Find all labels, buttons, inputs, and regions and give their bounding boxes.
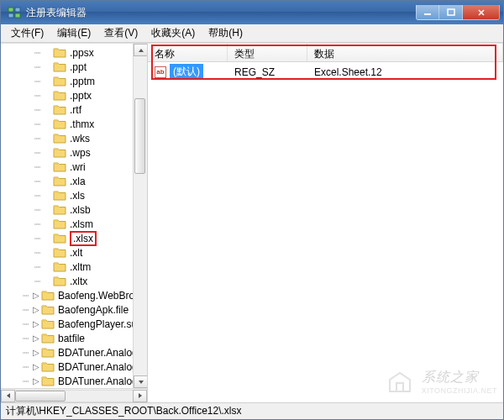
tree-label: .wks	[70, 133, 90, 144]
tree-label: .xlsm	[70, 218, 93, 230]
value-name: (默认)	[170, 64, 203, 80]
folder-icon	[41, 304, 55, 315]
tree-item[interactable]: ┈.wps	[1, 145, 147, 160]
folder-icon	[53, 147, 66, 158]
tree-label: .xlsb	[70, 204, 91, 216]
tree-vertical-scrollbar[interactable]	[133, 44, 147, 388]
list-header: 名称 类型 数据	[148, 44, 503, 62]
tree-label: .xlt	[70, 247, 82, 259]
tree-item[interactable]: ┈.xltx	[1, 274, 147, 288]
tree-label: .ppt	[70, 61, 87, 73]
column-name[interactable]: 名称	[148, 44, 228, 61]
tree-label: .xls	[70, 190, 85, 202]
folder-icon	[53, 204, 66, 215]
folder-icon	[53, 276, 66, 286]
expand-icon[interactable]: ▷	[31, 376, 41, 386]
tree-label: BDATuner.AnalogL	[58, 375, 143, 387]
menu-view[interactable]: 查看(V)	[97, 24, 144, 43]
scroll-up-button[interactable]	[134, 44, 148, 56]
menubar: 文件(F) 编辑(E) 查看(V) 收藏夹(A) 帮助(H)	[1, 24, 503, 43]
scroll-right-button[interactable]	[133, 390, 147, 402]
tree-item[interactable]: ┈.xltm	[1, 260, 147, 274]
tree-label: BDATuner.AnalogA	[58, 347, 144, 359]
window-controls	[416, 5, 500, 20]
list-panel: 名称 类型 数据 ab(默认)REG_SZExcel.Sheet.12	[148, 44, 503, 402]
value-type: REG_SZ	[228, 66, 307, 78]
folder-icon	[53, 118, 66, 129]
tree-label: .pptm	[70, 76, 95, 87]
column-data[interactable]: 数据	[307, 44, 503, 61]
tree-label: BaofengPlayer.sup	[58, 318, 143, 330]
tree-item[interactable]: ┈.pptx	[1, 88, 147, 102]
tree-view[interactable]: ┈.ppsx┈.ppt┈.pptm┈.pptx┈.rtf┈.thmx┈.wks┈…	[1, 44, 147, 388]
folder-icon	[53, 161, 66, 172]
statusbar: 计算机\HKEY_CLASSES_ROOT\Back.Office12\.xls…	[1, 402, 503, 419]
folder-icon	[53, 76, 66, 87]
scroll-thumb[interactable]	[134, 98, 145, 174]
menu-help[interactable]: 帮助(H)	[202, 24, 249, 43]
minimize-button[interactable]	[416, 5, 439, 20]
status-path: 计算机\HKEY_CLASSES_ROOT\Back.Office12\.xls…	[6, 404, 242, 418]
scroll-track[interactable]	[134, 56, 147, 375]
tree-item[interactable]: ┈.wks	[1, 131, 147, 145]
tree-item[interactable]: ┈.xlsm	[1, 217, 147, 231]
tree-item[interactable]: ┈▷BDATuner.AnalogL	[1, 374, 147, 388]
folder-icon	[41, 290, 55, 301]
close-button[interactable]	[463, 5, 500, 20]
tree-item[interactable]: ┈▷BaofengPlayer.sup	[1, 317, 147, 331]
scroll-thumb[interactable]	[15, 391, 66, 402]
tree-item[interactable]: ┈.ppsx	[1, 45, 147, 60]
folder-icon	[53, 261, 66, 272]
tree-item[interactable]: ┈.xla	[1, 174, 147, 188]
menu-edit[interactable]: 编辑(E)	[50, 24, 97, 43]
tree-panel: ┈.ppsx┈.ppt┈.pptm┈.pptx┈.rtf┈.thmx┈.wks┈…	[1, 44, 148, 402]
folder-icon	[53, 233, 66, 244]
value-data: Excel.Sheet.12	[307, 66, 503, 78]
tree-item[interactable]: ┈.wri	[1, 160, 147, 174]
tree-item[interactable]: ┈▷BDATuner.AnalogA	[1, 360, 147, 374]
tree-item[interactable]: ┈.rtf	[1, 102, 147, 117]
tree-item[interactable]: ┈▷batfile	[1, 331, 147, 345]
svg-rect-2	[8, 13, 13, 18]
folder-icon	[53, 61, 66, 72]
expand-icon[interactable]: ▷	[31, 319, 41, 328]
tree-horizontal-scrollbar[interactable]	[1, 388, 147, 402]
folder-icon	[53, 133, 66, 144]
menu-file[interactable]: 文件(F)	[4, 24, 50, 43]
tree-label: .pptx	[70, 90, 92, 102]
tree-item[interactable]: ┈▷BDATuner.AnalogA	[1, 345, 147, 360]
menu-favorites[interactable]: 收藏夹(A)	[144, 24, 202, 43]
scroll-left-button[interactable]	[1, 390, 15, 402]
tree-item[interactable]: ┈.xls	[1, 188, 147, 202]
expand-icon[interactable]: ▷	[31, 333, 41, 343]
svg-rect-1	[15, 8, 20, 12]
tree-label: Baofeng.WebBrow	[58, 290, 142, 302]
tree-label: .wps	[70, 147, 91, 159]
expand-icon[interactable]: ▷	[31, 348, 41, 357]
app-icon	[8, 6, 21, 19]
scroll-down-button[interactable]	[134, 375, 148, 388]
tree-item[interactable]: ┈▷BaofengApk.file	[1, 302, 147, 317]
expand-icon[interactable]: ▷	[31, 305, 41, 314]
expand-icon[interactable]: ▷	[31, 362, 41, 371]
tree-label: .xla	[70, 176, 86, 187]
tree-item[interactable]: ┈.xlsb	[1, 202, 147, 217]
tree-item[interactable]: ┈.ppt	[1, 60, 147, 74]
maximize-button[interactable]	[439, 5, 463, 20]
expand-icon[interactable]: ▷	[31, 291, 41, 300]
titlebar[interactable]: 注册表编辑器	[1, 1, 503, 24]
tree-item[interactable]: ┈.pptm	[1, 74, 147, 88]
tree-item[interactable]: ┈.xlsx	[1, 231, 147, 245]
string-value-icon: ab	[155, 66, 166, 78]
svg-rect-5	[448, 9, 454, 15]
column-type[interactable]: 类型	[228, 44, 307, 61]
body-area: ┈.ppsx┈.ppt┈.pptm┈.pptx┈.rtf┈.thmx┈.wks┈…	[1, 43, 503, 402]
scroll-track[interactable]	[15, 390, 133, 402]
list-row[interactable]: ab(默认)REG_SZExcel.Sheet.12	[148, 65, 503, 79]
tree-item[interactable]: ┈▷Baofeng.WebBrow	[1, 288, 147, 302]
tree-item[interactable]: ┈.thmx	[1, 117, 147, 131]
tree-label: .xltx	[70, 276, 87, 287]
tree-item[interactable]: ┈.xlt	[1, 245, 147, 260]
list-body[interactable]: ab(默认)REG_SZExcel.Sheet.12	[148, 62, 503, 402]
tree-label: .ppsx	[70, 47, 94, 59]
